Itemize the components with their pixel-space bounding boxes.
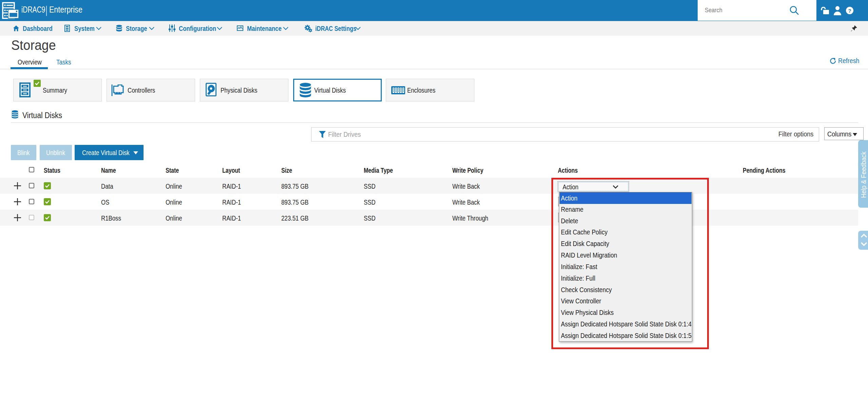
svg-text:?: ? — [848, 8, 851, 14]
